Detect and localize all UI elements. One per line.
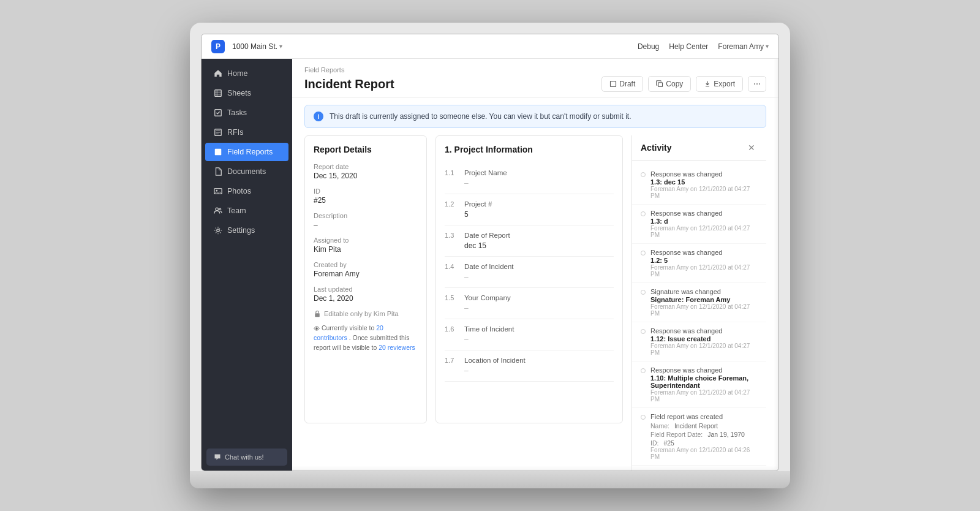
activity-dot <box>641 211 646 216</box>
activity-detail-date: Field Report Date: Jan 19, 1970 <box>650 431 758 438</box>
value-your-company: – <box>464 304 614 312</box>
copy-icon <box>656 80 663 88</box>
svg-rect-16 <box>658 83 663 87</box>
activity-list: Response was changed 1.3: dec 15 Foreman… <box>632 161 766 471</box>
value-description: – <box>314 221 418 229</box>
sidebar-rfis-label: RFIs <box>227 128 243 137</box>
activity-item-created: Field report was created Name: Incident … <box>632 408 766 466</box>
value-assigned-to: Kim Pita <box>314 245 418 254</box>
location-button[interactable]: 1000 Main St. ▾ <box>228 40 286 53</box>
chat-button[interactable]: Chat with us! <box>206 449 287 466</box>
activity-bold: 1.12: Issue created <box>650 335 758 343</box>
field-assigned-to: Assigned to Kim Pita <box>314 237 418 254</box>
field-report-date: Report date Dec 15, 2020 <box>314 163 418 180</box>
sidebar-item-tasks[interactable]: Tasks <box>205 104 288 122</box>
sidebar-item-documents[interactable]: Documents <box>205 162 288 181</box>
copy-button[interactable]: Copy <box>648 76 691 92</box>
activity-bold: 1.2: 5 <box>650 257 758 264</box>
value-location-of-incident: – <box>464 366 614 375</box>
chat-icon <box>214 453 221 461</box>
top-nav: P 1000 Main St. ▾ Debug Help Center Fore… <box>202 34 778 59</box>
header-row: Incident Report Draft Copy <box>304 76 766 92</box>
value-date-of-report: dec 15 <box>464 241 614 250</box>
close-activity-button[interactable]: ✕ <box>745 142 758 154</box>
sidebar-item-settings[interactable]: Settings <box>205 221 288 240</box>
documents-icon <box>214 167 222 176</box>
value-created-by: Foreman Amy <box>314 270 418 278</box>
field-location-of-incident: 1.7 Location of Incident – <box>445 350 614 382</box>
alert-banner: i This draft is currently assigned to so… <box>304 105 766 128</box>
activity-panel: Activity ✕ Response was changed 1.3: dec… <box>631 135 766 471</box>
sidebar-item-team[interactable]: Team <box>205 202 288 220</box>
activity-main: Response was changed <box>650 210 758 217</box>
activity-main: Field report was created <box>650 413 758 420</box>
user-chevron-icon: ▾ <box>766 43 769 50</box>
reviewers-link[interactable]: 20 reviewers <box>379 344 415 351</box>
activity-dot <box>641 415 646 420</box>
editable-label: Editable only by Kim Pita <box>324 310 399 317</box>
label-project-name: Project Name <box>464 169 614 176</box>
activity-item: Signature was changed Signature: Foreman… <box>632 283 766 322</box>
activity-item: Response was changed 1.3: d Foreman Amy … <box>632 205 766 244</box>
field-project-number: 1.2 Project # 5 <box>445 194 614 225</box>
top-nav-left: P 1000 Main St. ▾ <box>211 40 638 53</box>
sidebar-item-home[interactable]: Home <box>205 64 288 83</box>
field-date-of-incident: 1.4 Date of Incident – <box>445 257 614 288</box>
activity-item: Response was changed 1.10: Multiple choi… <box>632 361 766 408</box>
field-created-by: Created by Foreman Amy <box>314 261 418 278</box>
visibility-label: Currently visible to <box>322 324 374 331</box>
value-time-of-incident: – <box>464 335 614 344</box>
report-details-title: Report Details <box>314 145 418 154</box>
user-menu-button[interactable]: Foreman Amy ▾ <box>718 42 769 51</box>
field-project-name: 1.1 Project Name – <box>445 163 614 194</box>
help-center-button[interactable]: Help Center <box>669 42 708 51</box>
activity-bold: 1.3: dec 15 <box>650 178 758 186</box>
activity-main: Response was changed <box>650 366 758 374</box>
sidebar-tasks-label: Tasks <box>227 108 247 117</box>
value-project-name: – <box>464 179 614 187</box>
label-date-of-incident: Date of Incident <box>464 263 614 270</box>
label-your-company: Your Company <box>464 294 614 301</box>
label-date-of-report: Date of Report <box>464 232 614 239</box>
sidebar-item-rfis[interactable]: RFIs <box>205 123 288 142</box>
info-icon: i <box>314 112 323 121</box>
field-description: Description – <box>314 212 418 229</box>
activity-bold: Signature: Foreman Amy <box>650 296 758 303</box>
activity-dot <box>641 329 646 334</box>
sidebar-item-sheets[interactable]: Sheets <box>205 84 288 102</box>
app-layout: Home Sheets Tasks RFIs <box>202 59 778 471</box>
main-content: Field Reports Incident Report Draft Copy <box>292 59 778 471</box>
export-icon <box>704 80 711 88</box>
activity-main: Response was changed <box>650 327 758 335</box>
debug-button[interactable]: Debug <box>638 42 659 51</box>
draft-icon <box>609 80 617 88</box>
activity-item: Response was changed 1.12: Issue created… <box>632 322 766 361</box>
activity-bold: 1.3: d <box>650 218 758 225</box>
value-last-updated: Dec 1, 2020 <box>314 294 418 303</box>
svg-point-12 <box>216 208 218 210</box>
breadcrumb: Field Reports <box>304 66 766 74</box>
sidebar-sheets-label: Sheets <box>227 89 251 97</box>
home-icon <box>214 69 222 78</box>
svg-rect-17 <box>315 313 320 317</box>
svg-point-14 <box>217 229 219 232</box>
label-location-of-incident: Location of Incident <box>464 357 614 364</box>
draft-button[interactable]: Draft <box>601 76 643 92</box>
photos-icon <box>214 187 222 195</box>
field-num-1-6: 1.6 <box>445 325 457 344</box>
activity-item: Response was changed 1.2: 5 Foreman Amy … <box>632 244 766 283</box>
field-num-1-7: 1.7 <box>445 357 457 375</box>
activity-meta: Foreman Amy on 12/1/2020 at 04:27 PM <box>650 264 758 278</box>
sidebar-team-label: Team <box>227 206 246 215</box>
lock-icon <box>314 310 321 317</box>
alert-text: This draft is currently assigned to some… <box>330 112 631 121</box>
export-button[interactable]: Export <box>696 76 743 92</box>
sidebar-field-reports-label: Field Reports <box>227 148 273 156</box>
sidebar-item-photos[interactable]: Photos <box>205 182 288 200</box>
activity-meta: Foreman Amy on 12/1/2020 at 04:27 PM <box>650 225 758 238</box>
more-options-button[interactable]: ⋯ <box>748 76 766 92</box>
activity-dot <box>641 290 646 295</box>
detail-date-value: Jan 19, 1970 <box>707 431 745 438</box>
sidebar-item-field-reports[interactable]: Field Reports <box>205 143 288 161</box>
value-id: #25 <box>314 196 418 205</box>
